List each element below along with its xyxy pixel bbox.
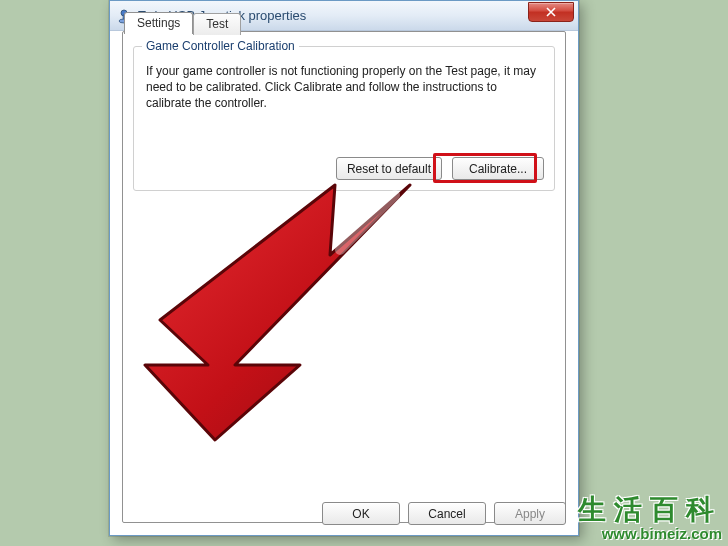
tab-strip: Settings Test	[124, 11, 241, 33]
calibrate-button[interactable]: Calibrate...	[452, 157, 544, 180]
button-label: Calibrate...	[469, 162, 527, 176]
calibration-button-row: Reset to default Calibrate...	[336, 157, 544, 180]
ok-button[interactable]: OK	[322, 502, 400, 525]
close-button[interactable]	[528, 2, 574, 22]
groupbox-title: Game Controller Calibration	[142, 39, 299, 53]
tab-test[interactable]: Test	[193, 13, 241, 35]
cancel-button[interactable]: Cancel	[408, 502, 486, 525]
tab-settings[interactable]: Settings	[124, 12, 193, 34]
dialog-button-row: OK Cancel Apply	[322, 502, 566, 525]
tab-panel-settings: Game Controller Calibration If your game…	[122, 31, 566, 523]
calibration-groupbox: Game Controller Calibration If your game…	[133, 46, 555, 191]
watermark-text: 生活百科	[578, 491, 722, 529]
watermark: 生活百科 www.bimeiz.com	[578, 491, 722, 542]
close-icon	[546, 7, 556, 17]
tab-label: Settings	[137, 16, 180, 30]
groupbox-description: If your game controller is not functioni…	[146, 63, 542, 112]
apply-button[interactable]: Apply	[494, 502, 566, 525]
button-label: Reset to default	[347, 162, 431, 176]
reset-to-default-button[interactable]: Reset to default	[336, 157, 442, 180]
tab-label: Test	[206, 17, 228, 31]
button-label: OK	[352, 507, 369, 521]
button-label: Cancel	[428, 507, 465, 521]
button-label: Apply	[515, 507, 545, 521]
properties-dialog: Twin USB Joystick properties Settings Te…	[109, 0, 579, 536]
